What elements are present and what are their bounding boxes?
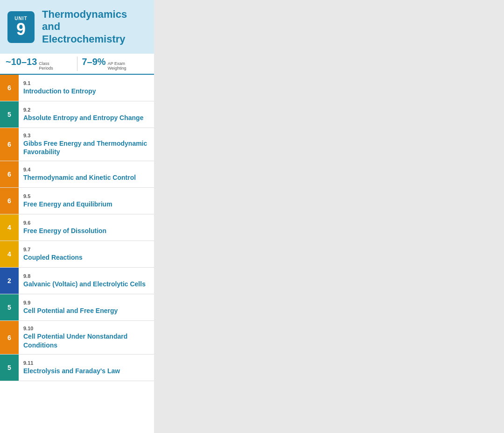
item-section-number: 9.1 bbox=[23, 80, 96, 86]
unit-header: UNIT 9 Thermodynamics and Electrochemist… bbox=[0, 0, 154, 54]
item-badge: 2 bbox=[0, 268, 19, 294]
list-item[interactable]: 6 9.10 Cell Potential Under Nonstandard … bbox=[0, 321, 154, 354]
list-item[interactable]: 2 9.8 Galvanic (Voltaic) and Electrolyti… bbox=[0, 268, 154, 294]
list-item[interactable]: 6 9.1 Introduction to Entropy bbox=[0, 75, 154, 101]
item-section-number: 9.11 bbox=[23, 360, 120, 366]
item-title[interactable]: Free Energy and Equilibrium bbox=[23, 200, 112, 208]
list-item[interactable]: 6 9.3 Gibbs Free Energy and Thermodynami… bbox=[0, 128, 154, 161]
item-badge: 5 bbox=[0, 355, 19, 381]
unit-title-line3: Electrochemistry bbox=[42, 33, 126, 45]
item-section-number: 9.4 bbox=[23, 167, 136, 172]
item-section-number: 9.8 bbox=[23, 273, 146, 279]
exam-label: AP Exam Weighting bbox=[108, 62, 126, 71]
item-content: 9.11 Electrolysis and Faraday's Law bbox=[19, 355, 125, 381]
item-content: 9.7 Coupled Reactions bbox=[19, 241, 87, 267]
list-item[interactable]: 6 9.5 Free Energy and Equilibrium bbox=[0, 188, 154, 214]
item-title[interactable]: Electrolysis and Faraday's Law bbox=[23, 367, 120, 375]
item-badge: 5 bbox=[0, 294, 19, 320]
item-badge: 6 bbox=[0, 128, 19, 161]
item-title[interactable]: Absolute Entropy and Entropy Change bbox=[23, 114, 143, 122]
item-badge: 6 bbox=[0, 321, 19, 354]
item-title[interactable]: Introduction to Entropy bbox=[23, 87, 96, 95]
item-badge: 6 bbox=[0, 75, 19, 101]
item-badge: 5 bbox=[0, 101, 19, 128]
item-section-number: 9.6 bbox=[23, 220, 106, 226]
item-title[interactable]: Free Energy of Dissolution bbox=[23, 227, 106, 235]
class-periods-left: ~10–13 Class Periods bbox=[6, 57, 77, 71]
item-content: 9.3 Gibbs Free Energy and Thermodynamic … bbox=[19, 128, 154, 161]
item-content: 9.1 Introduction to Entropy bbox=[19, 75, 101, 101]
item-badge: 6 bbox=[0, 188, 19, 214]
item-title[interactable]: Cell Potential Under Nonstandard Conditi… bbox=[23, 332, 149, 349]
item-content: 9.8 Galvanic (Voltaic) and Electrolytic … bbox=[19, 268, 150, 294]
unit-title: Thermodynamics and Electrochemistry bbox=[42, 8, 127, 45]
item-section-number: 9.9 bbox=[23, 300, 118, 305]
item-section-number: 9.5 bbox=[23, 193, 112, 199]
item-badge: 4 bbox=[0, 241, 19, 267]
item-title[interactable]: Gibbs Free Energy and Thermodynamic Favo… bbox=[23, 139, 149, 156]
item-title[interactable]: Cell Potential and Free Energy bbox=[23, 306, 118, 315]
item-section-number: 9.3 bbox=[23, 133, 149, 138]
item-title[interactable]: Galvanic (Voltaic) and Electrolytic Cell… bbox=[23, 280, 146, 288]
list-item[interactable]: 4 9.6 Free Energy of Dissolution bbox=[0, 214, 154, 241]
item-section-number: 9.7 bbox=[23, 247, 83, 252]
item-section-number: 9.2 bbox=[23, 107, 143, 113]
item-content: 9.10 Cell Potential Under Nonstandard Co… bbox=[19, 321, 154, 354]
class-range: ~10–13 bbox=[6, 57, 37, 67]
unit-badge: UNIT 9 bbox=[7, 11, 35, 43]
list-item[interactable]: 4 9.7 Coupled Reactions bbox=[0, 241, 154, 268]
list-item[interactable]: 5 9.11 Electrolysis and Faraday's Law bbox=[0, 355, 154, 381]
class-label: Class Periods bbox=[39, 62, 53, 71]
sidebar: UNIT 9 Thermodynamics and Electrochemist… bbox=[0, 0, 154, 433]
item-content: 9.6 Free Energy of Dissolution bbox=[19, 214, 111, 241]
unit-title-line2: and bbox=[42, 21, 60, 32]
item-content: 9.9 Cell Potential and Free Energy bbox=[19, 294, 122, 320]
item-section-number: 9.10 bbox=[23, 326, 149, 331]
item-content: 9.5 Free Energy and Equilibrium bbox=[19, 188, 117, 214]
list-item[interactable]: 5 9.2 Absolute Entropy and Entropy Chang… bbox=[0, 101, 154, 128]
item-title[interactable]: Coupled Reactions bbox=[23, 253, 83, 262]
item-badge: 4 bbox=[0, 214, 19, 241]
unit-number: 9 bbox=[16, 21, 26, 38]
list-item[interactable]: 6 9.4 Thermodynamic and Kinetic Control bbox=[0, 161, 154, 188]
items-list: 6 9.1 Introduction to Entropy 5 9.2 Abso… bbox=[0, 75, 154, 381]
item-content: 9.4 Thermodynamic and Kinetic Control bbox=[19, 161, 140, 187]
unit-title-line1: Thermodynamics bbox=[42, 8, 127, 20]
class-periods-bar: ~10–13 Class Periods 7–9% AP Exam Weight… bbox=[0, 54, 154, 75]
item-content: 9.2 Absolute Entropy and Entropy Change bbox=[19, 101, 148, 128]
exam-range: 7–9% bbox=[82, 57, 106, 67]
item-title[interactable]: Thermodynamic and Kinetic Control bbox=[23, 173, 136, 182]
list-item[interactable]: 5 9.9 Cell Potential and Free Energy bbox=[0, 294, 154, 321]
item-badge: 6 bbox=[0, 161, 19, 187]
exam-weighting-right: 7–9% AP Exam Weighting bbox=[77, 57, 149, 71]
